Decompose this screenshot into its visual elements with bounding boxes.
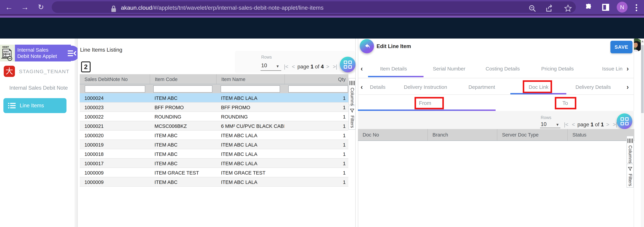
extensions-puzzle-icon[interactable] (585, 4, 592, 11)
cell-qty: 1 (284, 103, 348, 112)
column-header-doc-no[interactable]: Doc No (358, 129, 428, 140)
column-header-item-code[interactable]: Item Code (150, 74, 216, 84)
tab-issue-link[interactable]: Issue Lin (602, 66, 624, 72)
dual-pane-view-icon[interactable]: 2 (81, 62, 90, 72)
subtab-department[interactable]: Department (468, 84, 495, 90)
browser-profile-avatar[interactable]: N (617, 2, 628, 13)
editor-filters-tab[interactable]: Filters (626, 164, 634, 188)
cell-qty: 1 (284, 149, 348, 158)
grip-icon (628, 139, 633, 143)
browser-menu-icon[interactable] (636, 3, 638, 13)
tab-item-details[interactable]: Item Details (380, 66, 407, 72)
url-text: akaun.cloud/#/applets/tnt/wavelet/erp/in… (121, 5, 324, 11)
column-header-sales-debitnote-no[interactable]: Sales DebitNote No (80, 74, 150, 84)
rows-select-caret-icon[interactable]: ▼ (276, 64, 280, 69)
subtab-delivery-details[interactable]: Delivery Details (576, 84, 611, 90)
back-button[interactable] (360, 39, 374, 53)
annotation-box-to (555, 97, 576, 109)
table-row[interactable]: 1000021 MCSC006BKZ 6 MM² CU/PVC BLACK CA… (80, 121, 348, 131)
app-root: ← → ↻ akaun.cloud/#/applets/tnt/wavelet/… (0, 0, 644, 227)
cell-item-name: ITEM ABC LALA (216, 159, 284, 168)
table-row[interactable]: 1000024 ITEM ABC ITEM ABC LALA 1 (80, 93, 348, 103)
listing-table-body: 1000024 ITEM ABC ITEM ABC LALA 1 1000023… (80, 93, 348, 187)
scrollbar-thumb[interactable] (641, 45, 644, 113)
table-row[interactable]: 1000020 ITEM ABC ITEM ABC LALA 1 (80, 131, 348, 140)
page-current: 1 (310, 64, 314, 70)
table-row[interactable]: 1000009 ITEM GRACE TEST ITEM GRACE TEST … (80, 168, 348, 177)
sub-tabs-scroll-left-icon[interactable]: ‹ (360, 83, 363, 91)
rows-per-page-label: Rows (261, 55, 272, 60)
column-header-status[interactable]: Status (567, 129, 634, 140)
tab-pricing-details[interactable]: Pricing Details (541, 66, 574, 72)
column-header-branch[interactable]: Branch (428, 129, 497, 140)
filter-input-qty[interactable] (288, 85, 348, 93)
bookmark-star-icon[interactable] (564, 5, 572, 13)
share-icon[interactable] (545, 5, 554, 13)
zoom-out-icon[interactable] (528, 5, 536, 13)
sub-tabs-scroll-right-icon[interactable]: › (626, 83, 629, 91)
tab-serial-number[interactable]: Serial Number (433, 66, 466, 72)
rows-per-page-select[interactable]: 10 (541, 121, 546, 127)
table-row[interactable]: 1000018 ITEM ABC ITEM ABC LALA 1 (80, 149, 348, 159)
tenant-icon[interactable]: 大 (4, 66, 15, 77)
browser-reload-icon[interactable]: ↻ (35, 0, 47, 14)
column-header-item-name[interactable]: Item Name (216, 74, 284, 84)
address-bar[interactable]: akaun.cloud/#/applets/tnt/wavelet/erp/in… (52, 1, 576, 13)
editor-columns-tab[interactable]: Columns (626, 136, 634, 163)
browser-forward-icon[interactable]: → (19, 0, 31, 14)
subtab-details[interactable]: Details (370, 84, 386, 90)
page-word: page (298, 64, 309, 70)
table-row[interactable]: 1000022 ROUNDING ROUNDING 1 (80, 112, 348, 121)
subtab-divider-top (358, 78, 634, 78)
table-row[interactable]: 1000017 ITEM ABC ITEM ABC LALA 1 (80, 159, 348, 168)
table-row[interactable]: 1000023 BFF PROMO BFF PROMO 1 (80, 103, 348, 112)
filter-input-item-code[interactable] (153, 85, 212, 93)
sidebar-item-line-items[interactable]: Line Items (4, 98, 66, 113)
next-page-button[interactable]: > (325, 64, 330, 70)
first-page-button[interactable]: |< (283, 64, 289, 70)
cell-qty: 1 (284, 121, 348, 130)
cell-item-name: ITEM ABC LALA (216, 131, 284, 140)
rows-select-caret-icon[interactable]: ▼ (556, 123, 559, 127)
column-header-server-doc-type[interactable]: Server Doc Type (497, 129, 567, 140)
subtab-delivery-instruction[interactable]: Delivery Instruction (404, 84, 447, 90)
browser-back-icon[interactable]: ← (3, 0, 15, 14)
prev-page-button[interactable]: < (291, 64, 296, 70)
grid-view-button[interactable] (340, 57, 356, 72)
table-row[interactable]: 1000019 ITEM ABC ITEM ABC LALA 1 (80, 140, 348, 149)
sidebar-collapse-button[interactable] (64, 46, 80, 61)
cell-qty: 1 (284, 159, 348, 168)
main-tabs-scroll-left-icon[interactable]: ‹ (360, 65, 363, 73)
grid-view-button[interactable] (617, 113, 632, 129)
filters-tab-label: Filters (628, 174, 633, 186)
url-path: /#/applets/tnt/wavelet/erp/internal-sale… (152, 5, 324, 11)
last-page-button[interactable]: >| (332, 64, 338, 70)
main-tabs-scroll-right-icon[interactable]: › (626, 65, 629, 73)
save-button[interactable]: SAVE (610, 41, 632, 53)
tab-costing-details[interactable]: Costing Details (486, 66, 520, 72)
chrome-divider-dark (0, 14, 644, 16)
sidebar-applet-name[interactable]: Internal Sales Debit Note Applet (15, 45, 71, 62)
prev-page-button[interactable]: < (571, 122, 576, 127)
applet-debit-note-icon[interactable]: DEBIT DEBIT (0, 45, 15, 62)
cell-item-code: ITEM ABC (150, 140, 216, 149)
listing-table-header: Sales DebitNote No Item Code Item Name Q… (80, 74, 348, 84)
listing-columns-tab[interactable]: Columns (348, 78, 356, 105)
listing-filters-tab[interactable]: Filters (348, 106, 356, 130)
filter-input-sales-debitnote-no[interactable] (85, 85, 145, 93)
table-row[interactable]: 1000009 ITEM ABC ITEM ABC LALA 1 (80, 177, 348, 187)
column-header-qty[interactable]: Qty (284, 74, 348, 84)
scrollbar-up-icon[interactable] (641, 40, 644, 42)
cell-item-name: 6 MM² CU/PVC BLACK CABLE 1... (216, 121, 284, 130)
side-panel-icon[interactable] (602, 4, 610, 11)
collapse-menu-icon (68, 50, 76, 57)
first-page-button[interactable]: |< (563, 122, 569, 127)
rows-per-page-label: Rows (541, 115, 552, 120)
cell-item-name: ITEM ABC LALA (216, 177, 284, 186)
cell-item-name: BFF PROMO (216, 103, 284, 112)
cell-sales-debitnote-no: 1000022 (80, 112, 150, 121)
rows-per-page-select[interactable]: 10 (261, 63, 267, 69)
next-page-button[interactable]: > (605, 122, 610, 127)
filter-input-item-name[interactable] (221, 85, 280, 93)
cell-item-name: ITEM ABC LALA (216, 93, 284, 102)
